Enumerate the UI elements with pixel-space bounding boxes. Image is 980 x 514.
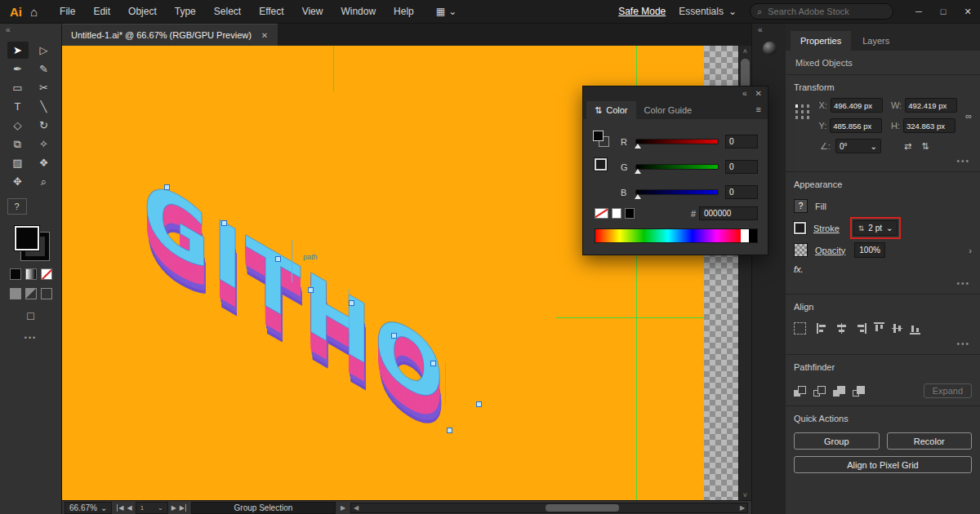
menu-object[interactable]: Object [119, 0, 166, 23]
scroll-right-icon[interactable]: ▶ [737, 504, 747, 512]
scroll-up-icon[interactable]: ˄ [739, 47, 751, 55]
w-field[interactable]: 492.419 px [905, 98, 957, 113]
none-swatch[interactable] [595, 208, 608, 219]
menu-effect[interactable]: Effect [250, 0, 292, 23]
stroke-link[interactable]: Stroke [813, 224, 840, 233]
anchor-point[interactable] [476, 401, 482, 407]
toolbar-more-icon[interactable]: ••• [24, 334, 37, 342]
gradient-swatch-button[interactable] [25, 268, 37, 280]
horizontal-scrollbar[interactable]: ◀ ▶ [350, 503, 748, 513]
workspace-switcher[interactable]: Essentials ⌄ [679, 6, 737, 17]
stock-search[interactable]: ⌕ [750, 3, 893, 20]
chevron-right-icon[interactable]: › [969, 246, 972, 255]
align-top-icon[interactable] [874, 322, 884, 335]
align-left-icon[interactable] [817, 323, 829, 334]
draw-inside-button[interactable] [41, 288, 52, 299]
shape-tool[interactable]: ◇ [7, 117, 29, 134]
zoom-tool[interactable]: ⌕ [33, 173, 55, 190]
status-expand-icon[interactable]: ▶ [341, 504, 345, 512]
rotation-dropdown[interactable]: 0° ⌄ [835, 139, 881, 153]
blue-slider-handle[interactable] [635, 194, 641, 199]
pathfinder-intersect-icon[interactable] [833, 386, 845, 397]
draw-behind-button[interactable] [25, 288, 37, 299]
color-swatch-button[interactable] [10, 268, 21, 280]
spectrum-black[interactable] [749, 229, 757, 242]
scale-tool[interactable]: ⧉ [7, 135, 29, 153]
direct-selection-tool[interactable]: ▷ [33, 42, 55, 59]
flip-vertical-icon[interactable]: ⇅ [921, 141, 929, 152]
opacity-dropdown[interactable]: 100% [854, 242, 885, 258]
align-to-selection-icon[interactable] [794, 322, 806, 335]
x-field[interactable]: 496.409 px [831, 98, 883, 113]
hand-tool[interactable]: ✥ [7, 173, 29, 190]
tab-color[interactable]: ⇅ Color [586, 101, 636, 119]
zoom-level-dropdown[interactable]: 66.67% ⌄ [65, 502, 112, 514]
stepper-arrows-icon[interactable]: ⇅ [858, 224, 865, 233]
scroll-down-icon[interactable]: ˅ [739, 491, 751, 499]
pathfinder-exclude-icon[interactable] [853, 386, 865, 397]
minimize-button[interactable]: ─ [906, 0, 931, 23]
anchor-point[interactable] [447, 428, 452, 433]
document-tab[interactable]: Untitled-1.ai* @ 66.67% (RGB/GPU Preview… [61, 24, 278, 46]
none-swatch-button[interactable] [41, 268, 52, 280]
collapse-toolbar-icon[interactable]: « [0, 23, 16, 37]
tab-color-guide[interactable]: Color Guide [636, 101, 701, 119]
anchor-point[interactable] [308, 287, 314, 293]
screen-mode-button[interactable]: □ [27, 309, 33, 322]
rectangle-tool[interactable]: ▭ [7, 79, 29, 96]
color-sphere-icon[interactable] [763, 42, 777, 55]
menu-help[interactable]: Help [385, 0, 423, 23]
artboard-number-dropdown[interactable]: 1 ⌄ [136, 502, 168, 514]
panel-menu-icon[interactable]: ≡ [750, 104, 768, 114]
app-logo[interactable]: Ai [0, 5, 30, 19]
stroke-weight-stepper[interactable]: ⇅ 2 pt ⌄ [853, 220, 898, 236]
flip-horizontal-icon[interactable]: ⇄ [904, 141, 911, 152]
align-horizontal-center-icon[interactable] [836, 323, 847, 334]
align-bottom-icon[interactable] [910, 322, 920, 335]
restore-button[interactable]: □ [931, 0, 956, 23]
constrain-proportions-icon[interactable]: ∞ [965, 111, 972, 121]
spectrum-white[interactable] [741, 229, 749, 242]
type-tool[interactable]: T [7, 98, 29, 115]
expand-panels-icon[interactable]: « [752, 23, 786, 37]
anchor-point[interactable] [349, 300, 354, 306]
mesh-tool[interactable]: ❖ [33, 154, 55, 171]
fill-swatch[interactable] [15, 226, 39, 250]
pathfinder-unite-icon[interactable] [794, 386, 806, 397]
h-field[interactable]: 324.863 px [903, 118, 956, 133]
red-slider-handle[interactable] [635, 144, 641, 148]
align-to-pixel-grid-button[interactable]: Align to Pixel Grid [794, 456, 972, 473]
align-more-options[interactable]: ••• [794, 336, 972, 354]
align-right-icon[interactable] [854, 323, 866, 334]
expand-button[interactable]: Expand [924, 383, 972, 398]
isometric-text-artwork[interactable]: GITHO [143, 166, 446, 423]
edit-toolbar-slot[interactable]: ? [7, 198, 27, 215]
search-input[interactable] [766, 6, 886, 17]
fill-color-swatch[interactable]: ? [794, 199, 808, 213]
tab-layers[interactable]: Layers [853, 31, 899, 51]
gradient-tool[interactable]: ▨ [7, 154, 29, 171]
tab-properties[interactable]: Properties [791, 31, 851, 51]
last-artboard-button[interactable]: ▶ [180, 504, 186, 512]
scissors-tool[interactable]: ✂ [33, 79, 55, 96]
fx-button[interactable]: fx. [794, 261, 972, 276]
blue-slider[interactable] [635, 189, 719, 195]
draw-normal-button[interactable] [10, 288, 21, 299]
menu-type[interactable]: Type [166, 0, 205, 23]
opacity-link[interactable]: Opacity [815, 246, 845, 255]
scroll-left-icon[interactable]: ◀ [351, 504, 361, 512]
green-slider[interactable] [635, 164, 719, 170]
red-value-field[interactable]: 0 [725, 135, 758, 148]
blue-value-field[interactable]: 0 [725, 185, 758, 199]
recolor-button[interactable]: Recolor [887, 432, 973, 450]
menu-edit[interactable]: Edit [84, 0, 119, 23]
hex-value-field[interactable]: 000000 [699, 206, 758, 220]
rotate-tool[interactable]: ↻ [33, 117, 55, 134]
reference-point-icon[interactable] [795, 104, 798, 108]
pen-tool[interactable]: ✒ [7, 60, 29, 78]
fill-stroke-indicator[interactable] [13, 224, 49, 260]
menu-file[interactable]: File [51, 0, 84, 23]
safe-mode-link[interactable]: Safe Mode [618, 6, 666, 17]
active-stroke-target-icon[interactable] [595, 158, 607, 171]
eyedropper-tool[interactable]: ✧ [33, 135, 55, 153]
